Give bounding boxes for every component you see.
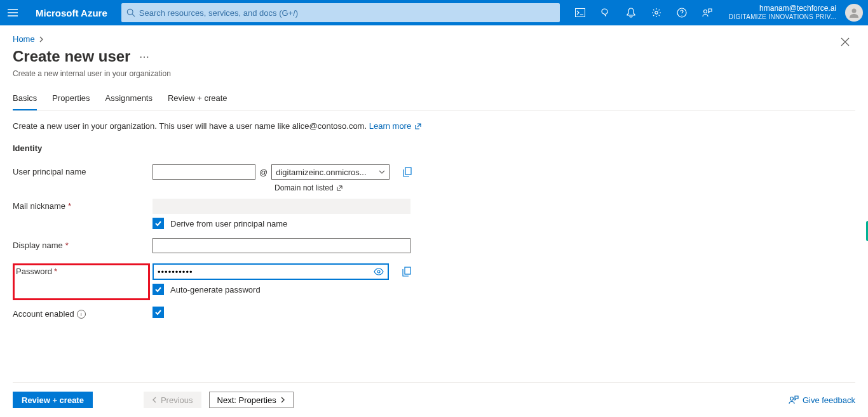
copy-icon [402, 267, 411, 277]
autogen-text: Auto-generate password [170, 285, 261, 295]
learn-more-link[interactable]: Learn more [369, 121, 421, 131]
more-actions-button[interactable]: ⋯ [139, 51, 149, 63]
password-input[interactable] [158, 267, 374, 277]
chevron-left-icon [152, 397, 157, 403]
tab-properties[interactable]: Properties [52, 89, 90, 110]
mail-nickname-input [153, 199, 410, 214]
copy-icon [403, 167, 412, 177]
top-header: Microsoft Azure hmanam@techforce.ai DIGI… [0, 0, 868, 25]
avatar[interactable] [845, 4, 863, 22]
copy-password-button[interactable] [400, 265, 413, 278]
previous-button: Previous [144, 392, 201, 408]
svg-rect-9 [405, 267, 410, 274]
account-tenant: DIGITAMIZE INNOVATIONS PRIV... [729, 13, 836, 21]
help-button[interactable] [669, 0, 695, 25]
account-block[interactable]: hmanam@techforce.ai DIGITAMIZE INNOVATIO… [720, 4, 840, 21]
account-enabled-checkbox[interactable] [153, 307, 164, 318]
label-password-highlighted: Password* [13, 263, 150, 300]
upn-domain-value: digitamizeinc.onmicros... [276, 168, 366, 177]
svg-point-8 [377, 270, 380, 273]
svg-point-3 [655, 11, 658, 14]
svg-line-1 [132, 14, 135, 17]
cloud-shell-button[interactable] [567, 0, 593, 25]
label-account-enabled: Account enabled i [13, 307, 153, 319]
person-feedback-icon [702, 8, 712, 18]
check-icon [154, 308, 162, 316]
chevron-right-icon [280, 397, 285, 403]
chevron-right-icon [39, 36, 44, 43]
close-button[interactable] [836, 33, 854, 51]
page-subtitle: Create a new internal user in your organ… [13, 69, 855, 78]
notifications-button[interactable] [618, 0, 644, 25]
gear-icon [651, 8, 661, 18]
info-icon[interactable]: i [77, 310, 86, 319]
brand-label[interactable]: Microsoft Azure [25, 8, 121, 18]
breadcrumb-home[interactable]: Home [13, 34, 35, 44]
copilot-icon [600, 8, 611, 18]
tab-review[interactable]: Review + create [168, 89, 227, 110]
person-feedback-icon [789, 395, 799, 405]
eye-icon [374, 268, 384, 275]
tab-assignments[interactable]: Assignments [105, 89, 153, 110]
feedback-button[interactable] [695, 0, 720, 25]
check-icon [154, 286, 162, 293]
search-input[interactable] [139, 8, 555, 18]
derive-text: Derive from user principal name [170, 219, 287, 228]
label-mail-nickname: Mail nickname* [13, 199, 153, 211]
footer-bar: Review + create Previous Next: Propertie… [13, 382, 855, 408]
label-upn: User principal name [13, 164, 153, 176]
derive-checkbox[interactable] [153, 218, 164, 229]
password-input-wrap[interactable] [153, 263, 389, 280]
label-display-name: Display name* [13, 238, 153, 250]
check-icon [154, 220, 162, 227]
avatar-icon [848, 7, 860, 18]
search-icon [126, 8, 135, 17]
svg-point-0 [127, 9, 133, 15]
upn-local-input[interactable] [153, 164, 255, 180]
menu-toggle[interactable] [0, 9, 25, 17]
display-name-input[interactable] [153, 238, 410, 253]
give-feedback-link[interactable]: Give feedback [789, 395, 855, 405]
upn-at-sign: @ [259, 168, 268, 177]
svg-point-5 [703, 10, 707, 13]
breadcrumb: Home [13, 34, 855, 44]
chevron-down-icon [379, 170, 385, 174]
reveal-password-button[interactable] [374, 268, 384, 275]
page-title: Create new user [13, 48, 130, 65]
external-link-icon [415, 123, 421, 129]
tab-basics[interactable]: Basics [13, 89, 37, 110]
tabs: Basics Properties Assignments Review + c… [13, 89, 855, 111]
copy-upn-button[interactable] [401, 166, 414, 178]
svg-rect-2 [575, 9, 585, 17]
close-icon [841, 37, 850, 46]
search-container [121, 3, 560, 22]
copilot-button[interactable] [593, 0, 618, 25]
intro-main: Create a new user in your organization. … [13, 121, 367, 131]
domain-not-listed[interactable]: Domain not listed [275, 183, 414, 192]
upn-domain-dropdown[interactable]: digitamizeinc.onmicros... [271, 164, 390, 180]
account-email: hmanam@techforce.ai [759, 4, 836, 13]
autogen-checkbox[interactable] [153, 284, 164, 295]
svg-point-10 [790, 397, 793, 400]
svg-rect-7 [405, 168, 411, 175]
help-icon [677, 8, 687, 18]
search-box[interactable] [121, 3, 560, 22]
external-link-icon [337, 185, 342, 191]
section-identity: Identity [13, 143, 855, 153]
page-body: Home Create new user ⋯ Create a new inte… [0, 25, 868, 417]
cloud-shell-icon [575, 8, 585, 17]
bell-icon [627, 8, 635, 18]
settings-button[interactable] [644, 0, 669, 25]
next-button[interactable]: Next: Properties [209, 392, 294, 408]
hamburger-icon [8, 9, 18, 17]
review-create-button[interactable]: Review + create [13, 392, 93, 408]
intro-text: Create a new user in your organization. … [13, 121, 855, 131]
svg-point-6 [852, 9, 857, 13]
